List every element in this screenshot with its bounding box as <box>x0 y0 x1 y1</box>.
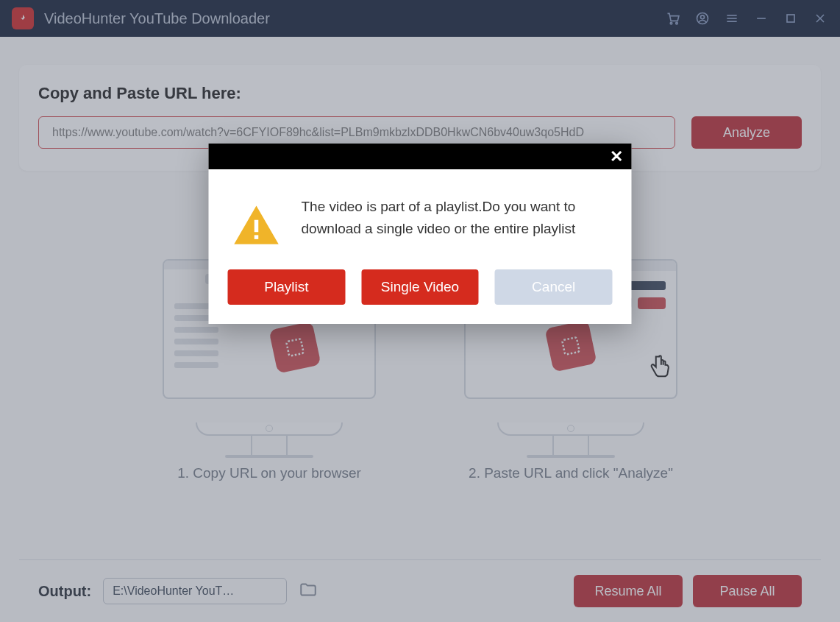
playlist-dialog: ✕ The video is part of a playlist.Do you… <box>209 144 632 324</box>
svg-rect-14 <box>255 235 259 239</box>
dialog-close-icon[interactable]: ✕ <box>610 147 623 166</box>
svg-rect-13 <box>255 220 259 233</box>
cancel-button[interactable]: Cancel <box>495 269 613 305</box>
warning-icon <box>232 202 281 250</box>
single-video-button[interactable]: Single Video <box>361 269 479 305</box>
playlist-button[interactable]: Playlist <box>228 269 346 305</box>
dialog-message: The video is part of a playlist.Do you w… <box>302 196 605 250</box>
